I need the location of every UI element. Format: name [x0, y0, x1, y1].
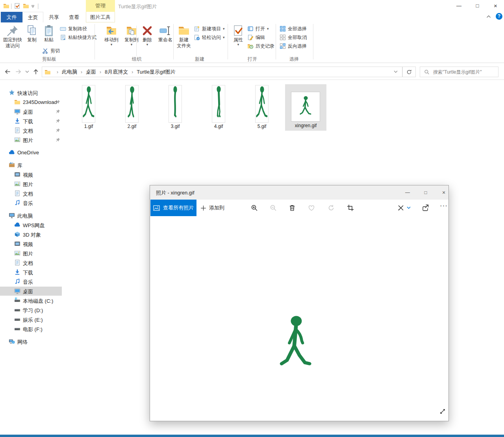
sidebar-item-videos-lib[interactable]: 视频: [0, 170, 62, 179]
tab-picture-tools[interactable]: 图片工具: [86, 12, 115, 22]
history-button[interactable]: 历史记录: [247, 42, 274, 50]
sidebar-item-pictures-pc[interactable]: 图片: [0, 249, 62, 258]
invert-selection-button[interactable]: 反向选择: [280, 42, 307, 50]
copy-path-button[interactable]: 复制路径: [60, 25, 87, 33]
move-to-button[interactable]: 移动到 ▾: [102, 24, 121, 54]
photos-minimize-button[interactable]: —: [398, 185, 417, 200]
select-none-button[interactable]: 全部取消: [280, 33, 307, 41]
fullscreen-button[interactable]: [439, 408, 446, 415]
sidebar-item-pictures-lib[interactable]: 图片: [0, 180, 62, 189]
zoom-out-button[interactable]: [270, 204, 277, 211]
file-thumbnail-xingren-selected[interactable]: xingren.gif: [285, 84, 326, 131]
qat-customize-chevron-icon[interactable]: [31, 5, 35, 7]
breadcrumb-desktop[interactable]: 桌面: [85, 69, 97, 76]
favorite-heart-button[interactable]: [308, 204, 315, 211]
breadcrumb-current-folder[interactable]: Turtle显示gif图片: [136, 69, 176, 76]
file-name-label[interactable]: 2.gif: [112, 124, 152, 129]
sidebar-item-documents-pinned[interactable]: 文档: [0, 126, 62, 135]
sidebar-item-music-lib[interactable]: 音乐: [0, 198, 62, 207]
back-button[interactable]: [4, 68, 11, 75]
pin-to-quick-access-button[interactable]: 固定到快速访问: [2, 24, 23, 54]
sidebar-item-local-disk-c[interactable]: 本地磁盘 (C:): [0, 296, 62, 305]
sidebar-item-network[interactable]: 网络: [0, 337, 62, 346]
file-thumbnail-2[interactable]: [125, 85, 139, 123]
crop-button[interactable]: [347, 204, 354, 211]
sidebar-item-videos-pc[interactable]: 视频: [0, 239, 62, 248]
sidebar-item-this-pc[interactable]: 此电脑: [0, 211, 62, 220]
tab-home[interactable]: 主页: [22, 12, 43, 22]
file-name-label[interactable]: 4.gif: [199, 124, 238, 129]
photos-close-button[interactable]: ×: [435, 185, 453, 200]
sidebar-item-onedrive[interactable]: OneDrive: [0, 148, 62, 157]
add-to-button[interactable]: 添加到: [200, 200, 224, 216]
up-button[interactable]: [32, 68, 39, 75]
share-button[interactable]: [422, 204, 429, 211]
rename-button[interactable]: 重命名: [156, 24, 175, 54]
sidebar-item-drive-e[interactable]: 娱乐 (E:): [0, 315, 62, 324]
taskbar-edge[interactable]: [0, 435, 504, 437]
address-breadcrumb-bar[interactable]: › 此电脑 › 桌面 › 8月底博文 › Turtle显示gif图片: [42, 67, 402, 77]
breadcrumb-blog-folder[interactable]: 8月底博文: [104, 69, 129, 76]
sidebar-item-downloads-pinned[interactable]: 下载: [0, 117, 62, 126]
paste-shortcut-button[interactable]: 粘贴快捷方式: [60, 33, 96, 41]
file-name-label[interactable]: 3.gif: [156, 124, 195, 129]
sidebar-item-desktop-pc-selected[interactable]: 桌面: [0, 287, 62, 296]
refresh-button[interactable]: [402, 67, 416, 77]
sidebar-item-libraries[interactable]: 库: [0, 161, 62, 170]
see-all-photos-button[interactable]: 查看所有照片: [150, 200, 196, 216]
collapse-ribbon-chevron-icon[interactable]: [486, 15, 491, 18]
tab-share[interactable]: 共享: [44, 12, 64, 22]
sidebar-item-music-pc[interactable]: 音乐: [0, 277, 62, 286]
easy-access-button[interactable]: 轻松访问 ▾: [194, 33, 225, 41]
qat-properties-icon[interactable]: [14, 3, 20, 9]
rotate-button[interactable]: [328, 204, 335, 211]
file-name-label[interactable]: 1.gif: [69, 124, 108, 129]
sidebar-item-pictures-pinned[interactable]: 图片: [0, 135, 62, 144]
maximize-button[interactable]: □: [469, 0, 486, 12]
cut-button[interactable]: 剪切: [42, 47, 60, 55]
copy-button[interactable]: 复制: [24, 24, 40, 54]
properties-button[interactable]: 属性 ▾: [230, 24, 246, 54]
file-thumbnail-1[interactable]: [82, 85, 95, 123]
sidebar-item-drive-f[interactable]: 电影 (F:): [0, 324, 62, 333]
more-options-button[interactable]: ···: [440, 202, 448, 210]
sidebar-item-desktop-pinned[interactable]: 桌面: [0, 107, 62, 116]
open-button[interactable]: 打开 ▾: [247, 25, 269, 33]
file-thumbnail-3[interactable]: [169, 85, 182, 123]
sidebar-item-2345download[interactable]: 2345Download: [0, 98, 62, 107]
zoom-in-button[interactable]: [251, 204, 258, 211]
address-dropdown-chevron-icon[interactable]: [394, 70, 398, 73]
forward-button[interactable]: [15, 68, 22, 75]
select-all-button[interactable]: 全部选择: [280, 25, 307, 33]
manage-context-tab[interactable]: 管理: [86, 0, 115, 12]
help-icon[interactable]: ?: [496, 13, 502, 20]
close-button[interactable]: ×: [487, 0, 504, 12]
delete-button[interactable]: [289, 204, 296, 211]
recent-locations-chevron-icon[interactable]: [25, 70, 29, 73]
sidebar-item-3d-objects[interactable]: 3D 对象: [0, 230, 62, 239]
photos-maximize-button[interactable]: □: [417, 185, 435, 200]
file-name-label[interactable]: xingren.gif: [285, 123, 326, 128]
tab-view[interactable]: 查看: [64, 12, 84, 22]
edit-dropdown-chevron-icon[interactable]: [407, 206, 411, 209]
sidebar-item-wps-cloud[interactable]: WPS网盘: [0, 220, 62, 230]
delete-button[interactable]: 删除 ▾: [139, 24, 156, 54]
sidebar-item-quick-access[interactable]: 快速访问: [0, 88, 62, 97]
new-item-button[interactable]: 新建项目 ▾: [194, 25, 225, 33]
search-input[interactable]: [432, 69, 497, 75]
sidebar-item-documents-lib[interactable]: 文档: [0, 189, 62, 198]
edit-button[interactable]: 编辑: [247, 33, 265, 41]
file-thumbnail-4[interactable]: [212, 85, 225, 123]
new-folder-button[interactable]: 新建 文件夹: [174, 24, 193, 54]
edit-button[interactable]: [397, 204, 404, 211]
file-name-label[interactable]: 5.gif: [242, 124, 282, 129]
sidebar-item-documents-pc[interactable]: 文档: [0, 258, 62, 267]
qat-new-folder-icon[interactable]: [23, 3, 29, 9]
file-thumbnail-5[interactable]: [255, 85, 269, 123]
minimize-button[interactable]: —: [450, 0, 468, 12]
sidebar-item-downloads-pc[interactable]: 下载: [0, 268, 62, 277]
breadcrumb-this-pc[interactable]: 此电脑: [61, 69, 78, 76]
tab-file[interactable]: 文件: [1, 12, 22, 22]
sidebar-item-drive-d[interactable]: 学习 (D:): [0, 306, 62, 315]
search-box[interactable]: [420, 67, 498, 77]
